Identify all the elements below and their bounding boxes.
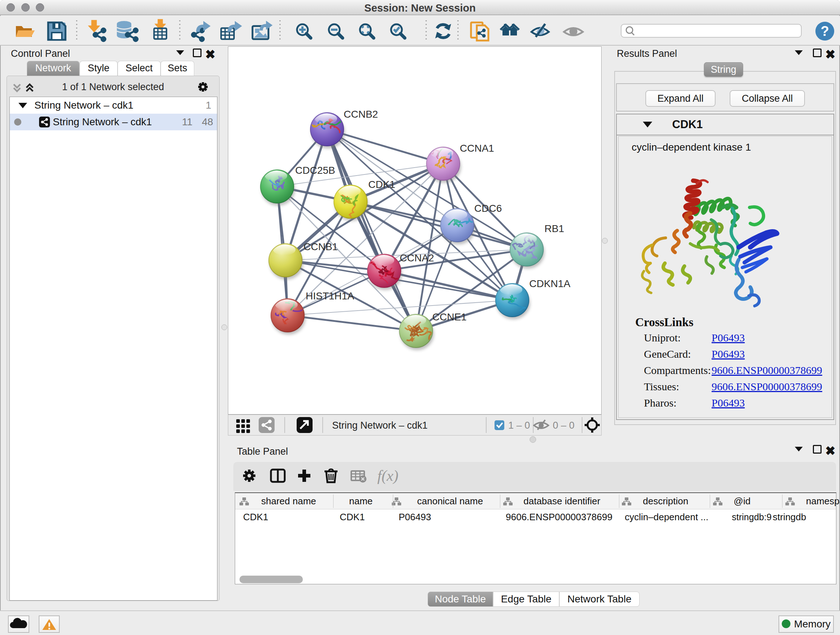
svg-text:CCNA1: CCNA1 [460, 143, 494, 154]
svg-text:CDKN1A: CDKN1A [529, 278, 570, 289]
svg-text:CCNA2: CCNA2 [400, 252, 434, 264]
svg-text:?: ? [821, 24, 829, 39]
svg-text:0 – 0: 0 – 0 [553, 420, 575, 431]
svg-text:1 – 0: 1 – 0 [508, 420, 530, 431]
svg-text:f(x): f(x) [377, 467, 398, 485]
svg-text:CDK1: CDK1 [368, 179, 395, 190]
svg-text:CDC6: CDC6 [474, 203, 502, 214]
svg-text:CCNB2: CCNB2 [344, 109, 378, 120]
svg-text:CCNB1: CCNB1 [303, 241, 338, 252]
svg-text:CDC25B: CDC25B [295, 165, 335, 176]
svg-text:RB1: RB1 [545, 223, 564, 234]
svg-text:HIST1H1A: HIST1H1A [306, 290, 354, 302]
svg-text:CCNE1: CCNE1 [432, 311, 467, 323]
